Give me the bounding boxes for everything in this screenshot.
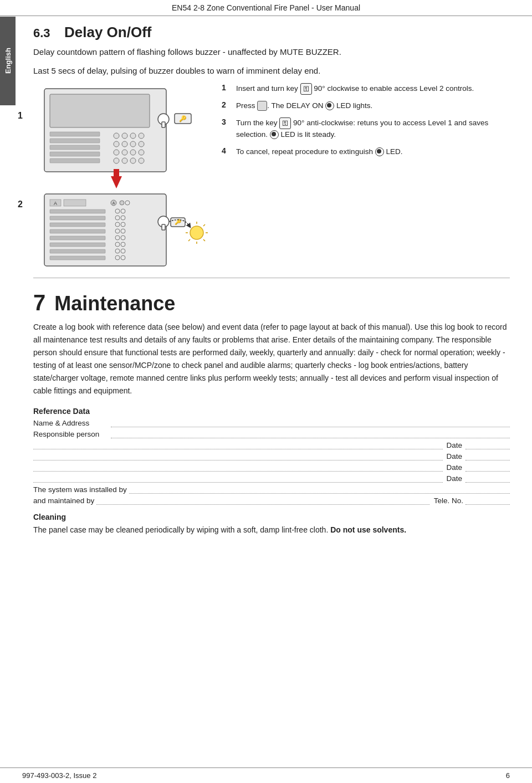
reference-data-title: Reference Data: [33, 407, 510, 416]
svg-rect-1: [50, 94, 150, 127]
key-icon-3: ⚿: [279, 117, 291, 129]
reference-data-section: Reference Data Name & Address Responsibl…: [33, 407, 510, 505]
date-label-4: Date: [446, 474, 462, 483]
date-label-2: Date: [446, 452, 462, 460]
step-4-row: 4 To cancel, repeat procedure to extingu…: [222, 146, 510, 158]
led-icon-step4: [375, 147, 384, 156]
maintenance-title: Maintenance: [54, 292, 175, 315]
svg-rect-62: [162, 224, 165, 230]
svg-point-15: [114, 150, 119, 155]
date-line-4: Date: [33, 474, 510, 483]
section-title: Delay On/Off: [64, 24, 151, 41]
step-2-num: 2: [222, 100, 232, 109]
turn-key-label: Turn the key: [236, 119, 278, 127]
main-content: 6.3 Delay On/Off Delay countdown pattern…: [22, 24, 521, 558]
svg-line-73: [203, 239, 205, 241]
section-divider: [33, 278, 510, 278]
svg-point-17: [130, 150, 136, 155]
svg-text:A: A: [54, 201, 57, 206]
svg-rect-49: [50, 236, 105, 240]
section-number: 6.3: [33, 26, 55, 40]
svg-point-19: [114, 158, 119, 163]
svg-point-8: [122, 133, 127, 139]
svg-rect-24: [162, 122, 165, 127]
maintained-by-line: and maintained by Tele. No.: [33, 497, 510, 505]
step-3-num: 3: [222, 117, 232, 126]
svg-point-21: [130, 158, 136, 163]
page-footer: 997-493-003-2, Issue 2 6: [0, 767, 532, 783]
step-1-num: 1: [222, 83, 232, 92]
instructions-column: 1 Insert and turn key ⚿ 90° clockwise to…: [222, 83, 510, 273]
date-line-3: Date: [33, 463, 510, 472]
maintenance-number: 7: [33, 290, 45, 315]
svg-rect-40: [50, 216, 105, 220]
svg-rect-37: [50, 209, 105, 213]
svg-marker-27: [111, 176, 122, 188]
step-label-2: 2: [18, 199, 23, 209]
date-line-2: Date: [33, 452, 510, 460]
svg-point-65: [190, 226, 203, 239]
svg-point-13: [130, 141, 136, 147]
section-subtitle-2: Last 5 secs of delay, pulsing of buzzer …: [33, 64, 510, 78]
step-1-text: Insert and turn key ⚿ 90° clockwise to e…: [236, 83, 510, 95]
step-1-row: 1 Insert and turn key ⚿ 90° clockwise to…: [222, 83, 510, 95]
svg-text:🔑: 🔑: [179, 115, 187, 122]
step-label-1: 1: [18, 111, 23, 121]
section-6-3-header: 6.3 Delay On/Off: [33, 24, 510, 41]
led-icon-step3: [270, 130, 279, 139]
svg-point-11: [114, 141, 119, 147]
step-4-num: 4: [222, 146, 232, 155]
cleaning-text: The panel case may be cleaned periodical…: [33, 524, 510, 536]
svg-rect-32: [64, 199, 86, 206]
diagram-instructions-area: 1 2: [33, 83, 510, 273]
svg-point-7: [114, 133, 119, 139]
cleaning-text-2: Do not use solvents.: [330, 525, 406, 534]
svg-point-9: [130, 133, 136, 139]
system-installed-label: The system was installed by: [33, 485, 127, 494]
svg-point-18: [139, 150, 144, 155]
section-subtitle-1: Delay countdown pattern of flashing foll…: [33, 45, 510, 59]
date-line-1: Date: [33, 441, 510, 449]
svg-rect-52: [50, 243, 105, 247]
title-text: EN54 2-8 Zone Conventional Fire Panel - …: [172, 3, 360, 12]
svg-rect-2: [50, 132, 100, 136]
svg-rect-46: [50, 229, 105, 233]
step-3-row: 3 Turn the key ⚿ 90° anti-clockwise: ret…: [222, 117, 510, 141]
svg-rect-5: [50, 152, 100, 156]
system-installed-line: The system was installed by: [33, 485, 510, 494]
svg-point-22: [139, 158, 144, 163]
svg-point-16: [122, 150, 127, 155]
cleaning-title: Cleaning: [33, 513, 510, 521]
maintenance-body: Create a log book with reference data (s…: [33, 321, 510, 398]
svg-point-35: [120, 201, 124, 205]
responsible-person-label: Responsible person: [33, 430, 111, 438]
date-label-3: Date: [446, 463, 462, 472]
svg-point-20: [122, 158, 127, 163]
fire-panel-diagram: 🔑 A A: [33, 83, 211, 272]
svg-point-12: [122, 141, 127, 147]
footer-right: 6: [506, 771, 510, 780]
svg-point-10: [139, 133, 144, 139]
press-label: Press: [236, 101, 255, 110]
svg-line-71: [203, 224, 205, 226]
svg-rect-28: [114, 169, 119, 177]
svg-rect-6: [50, 158, 100, 163]
responsible-person-line: Responsible person: [33, 430, 510, 438]
footer-left: 997-493-003-2, Issue 2: [22, 771, 96, 780]
section-7-header: 7 Maintenance: [33, 290, 510, 315]
step-2-row: 2 Press . The DELAY ON LED lights.: [222, 100, 510, 112]
svg-rect-55: [50, 249, 105, 253]
name-address-label: Name & Address: [33, 419, 111, 427]
svg-rect-58: [50, 256, 105, 260]
name-address-line: Name & Address: [33, 419, 510, 427]
button-icon-step2: [257, 101, 267, 111]
step-4-text: To cancel, repeat procedure to extinguis…: [236, 146, 510, 158]
date-label-1: Date: [446, 441, 462, 449]
language-tab: English: [0, 17, 16, 105]
key-icon-1: ⚿: [300, 83, 312, 95]
svg-point-14: [139, 141, 144, 147]
step-3-text: Turn the key ⚿ 90° anti-clockwise: retun…: [236, 117, 510, 141]
step-2-text: Press . The DELAY ON LED lights.: [236, 100, 510, 112]
diagram-column: 1 2: [33, 83, 211, 273]
svg-rect-4: [50, 145, 100, 150]
